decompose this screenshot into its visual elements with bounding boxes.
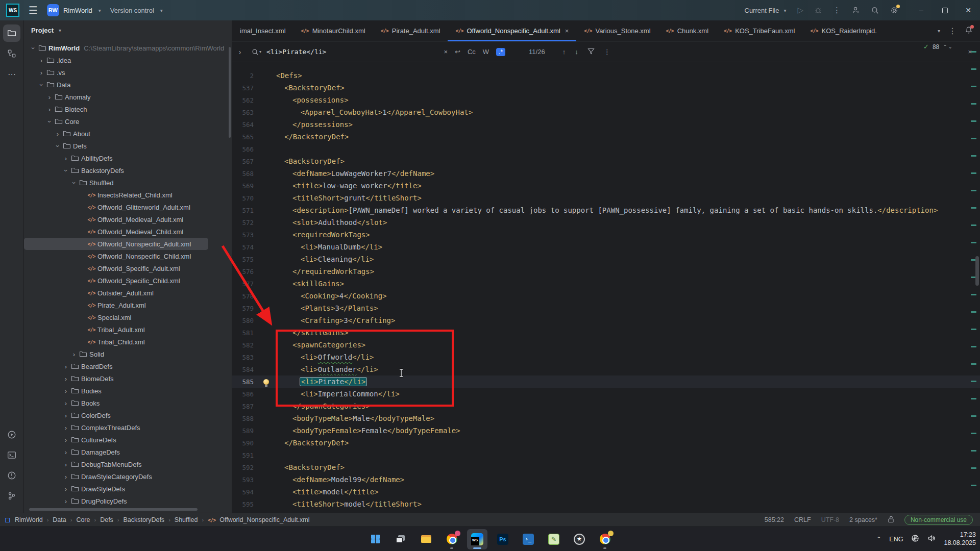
breadcrumb-file[interactable]: Offworld_Nonspecific_Adult.xml	[219, 516, 309, 523]
tree-item[interactable]: ›Data	[24, 79, 232, 91]
code-line[interactable]: 578<Cooking>4</Cooking>	[232, 290, 980, 302]
code-line[interactable]: 2<Defs>	[232, 69, 980, 82]
tree-chevron-icon[interactable]: ›	[46, 117, 54, 126]
tree-chevron-icon[interactable]: ›	[62, 436, 70, 444]
tree-item[interactable]: ›Biotech	[24, 103, 232, 115]
tree-chevron-icon[interactable]: ›	[37, 69, 45, 77]
tree-item[interactable]: ›Defs	[24, 140, 232, 152]
code-line[interactable]: 577<skillGains>	[232, 278, 980, 290]
tree-item[interactable]: </>Offworld_Medieval_Adult.xml	[24, 213, 232, 226]
code-line[interactable]: 576</requiredWorkTags>	[232, 265, 980, 278]
indent-widget[interactable]: 2 spaces*	[849, 516, 877, 523]
editor-tab[interactable]: </>Offworld_Nonspecific_Adult.xml×	[448, 20, 576, 41]
tree-chevron-icon[interactable]: ›	[62, 387, 70, 395]
inspections-nav-icons[interactable]: ⌃⌄	[943, 44, 953, 49]
tree-chevron-icon[interactable]: ›	[62, 166, 70, 174]
webstorm-button[interactable]: WS	[467, 529, 487, 549]
editor-tab[interactable]: imal_Insect.xml	[232, 20, 293, 41]
run-configuration-selector[interactable]: Current File ▾	[745, 7, 787, 14]
search-icon[interactable]: ▾	[252, 48, 261, 56]
tree-item[interactable]: ›DebugTabMenuDefs	[24, 458, 232, 470]
tree-item[interactable]: ›Bodies	[24, 385, 232, 397]
editor-tab[interactable]: </>MinotaurChild.xml	[293, 20, 373, 41]
main-menu-icon[interactable]: ☰	[29, 5, 38, 15]
editor-scrollbar-thumb[interactable]	[975, 256, 979, 286]
maximize-button[interactable]	[933, 0, 957, 20]
code-line[interactable]: 585<li>Pirate</li>	[232, 375, 980, 388]
license-badge[interactable]: Non-commercial use	[904, 515, 973, 525]
tree-item[interactable]: ›BackstoryDefs	[24, 164, 232, 177]
tree-chevron-icon[interactable]: ›	[62, 412, 70, 419]
code-line[interactable]: 537<BackstoryDef>	[232, 82, 980, 94]
intention-bulb-icon[interactable]	[256, 379, 276, 385]
tree-chevron-icon[interactable]: ›	[45, 93, 54, 101]
filter-icon[interactable]	[587, 48, 595, 56]
editor-tab[interactable]: </>KOS_RaiderImpid.	[802, 20, 884, 41]
tree-chevron-icon[interactable]: ›	[38, 81, 45, 89]
vcs-widget[interactable]: Version control ▾	[110, 7, 163, 14]
tree-item[interactable]: </>Offworld_Glitterworld_Adult.xml	[24, 201, 232, 213]
code-line[interactable]: 584<li>Outlander</li>	[232, 363, 980, 375]
tree-item[interactable]: </>Offworld_Medieval_Child.xml	[24, 226, 232, 238]
code-line[interactable]: 574<li>ManualDumb</li>	[232, 241, 980, 253]
tree-item[interactable]: ›Shuffled	[24, 177, 232, 189]
match-case-toggle[interactable]: Cc	[468, 48, 476, 56]
tree-chevron-icon[interactable]: ›	[70, 350, 78, 358]
search-input[interactable]: ▾ <li>Pirate</li>	[248, 48, 326, 56]
chrome-secondary-button[interactable]	[595, 529, 615, 549]
photoshop-button[interactable]: Ps	[493, 529, 513, 549]
breadcrumb-item[interactable]: Defs	[100, 516, 113, 523]
start-button[interactable]	[365, 529, 385, 549]
tree-item[interactable]: ›BiomeDefs	[24, 372, 232, 385]
code-line[interactable]: 589<bodyTypeFemale>Female</bodyTypeFemal…	[232, 424, 980, 437]
tree-item[interactable]: </>Offworld_Specific_Child.xml	[24, 274, 232, 287]
tree-item[interactable]: ›DrawStyleDefs	[24, 483, 232, 495]
minimize-button[interactable]: –	[910, 0, 933, 20]
code-line[interactable]: 581</skillGains>	[232, 327, 980, 339]
code-line[interactable]: 595<titleShort>model</titleShort>	[232, 498, 980, 510]
code-line[interactable]: 586<li>ImperialCommon</li>	[232, 388, 980, 400]
problems-tool-window-button[interactable]	[3, 467, 20, 484]
previous-match-icon[interactable]: ↑	[562, 48, 566, 56]
language-indicator[interactable]: ENG	[889, 536, 903, 543]
code-line[interactable]: 590</BackstoryDef>	[232, 437, 980, 449]
code-line[interactable]: 573<requiredWorkTags>	[232, 229, 980, 241]
tree-item[interactable]: </>Offworld_Nonspecific_Child.xml	[24, 250, 232, 262]
project-panel-header[interactable]: Project ▾	[24, 20, 232, 40]
code-line[interactable]: 563<Apparel_CowboyHat>1</Apparel_CowboyH…	[232, 106, 980, 118]
tree-chevron-icon[interactable]: ›	[62, 461, 70, 468]
code-line[interactable]: 571<description>[PAWN_nameDef] worked a …	[232, 204, 980, 216]
tree-chevron-icon[interactable]: ›	[62, 424, 70, 432]
regex-toggle[interactable]: .*	[496, 48, 505, 56]
tree-chevron-icon[interactable]: ›	[62, 485, 70, 493]
code-line[interactable]: 591	[232, 449, 980, 461]
terminal-tool-window-button[interactable]	[3, 446, 20, 464]
tree-item[interactable]: ›.vs	[24, 66, 232, 79]
settings-gear-icon[interactable]	[890, 6, 898, 14]
tree-item[interactable]: </>Offworld_Nonspecific_Adult.xml	[24, 238, 208, 250]
tree-chevron-icon[interactable]: ›	[62, 399, 70, 407]
tree-item[interactable]: ›ColorDefs	[24, 409, 232, 421]
tree-item[interactable]: ›DrugPolicyDefs	[24, 495, 232, 507]
code-line[interactable]: 575<li>Cleaning</li>	[232, 253, 980, 265]
code-line[interactable]: 587</spawnCategories>	[232, 400, 980, 412]
close-tab-icon[interactable]: ×	[565, 27, 569, 35]
tree-item[interactable]: </>Outsider_Adult.xml	[24, 287, 232, 299]
tree-item[interactable]: ›ComplexThreatDefs	[24, 421, 232, 434]
search-options-icon[interactable]: ⋮	[604, 48, 610, 56]
code-line[interactable]: 567<BackstoryDef>	[232, 155, 980, 167]
tree-chevron-icon[interactable]: ›	[62, 375, 70, 383]
close-button[interactable]: ✕	[957, 0, 980, 20]
tree-item[interactable]: ›AbilityDefs	[24, 152, 232, 164]
tree-item[interactable]: ›Books	[24, 397, 232, 409]
file-explorer-button[interactable]	[416, 529, 436, 549]
git-tool-window-button[interactable]	[3, 487, 20, 505]
services-tool-window-button[interactable]	[3, 426, 20, 443]
tree-chevron-icon[interactable]: ›	[54, 142, 62, 150]
tree-chevron-icon[interactable]: ›	[70, 179, 78, 187]
inspections-widget[interactable]: ✓ 88 ⌃⌄	[923, 43, 953, 51]
code-line[interactable]: 569<title>low-wage worker</title>	[232, 180, 980, 192]
tree-item[interactable]: ›Anomaly	[24, 91, 232, 103]
code-line[interactable]: 579<Plants>3</Plants>	[232, 302, 980, 314]
line-separator-widget[interactable]: CRLF	[794, 516, 811, 523]
